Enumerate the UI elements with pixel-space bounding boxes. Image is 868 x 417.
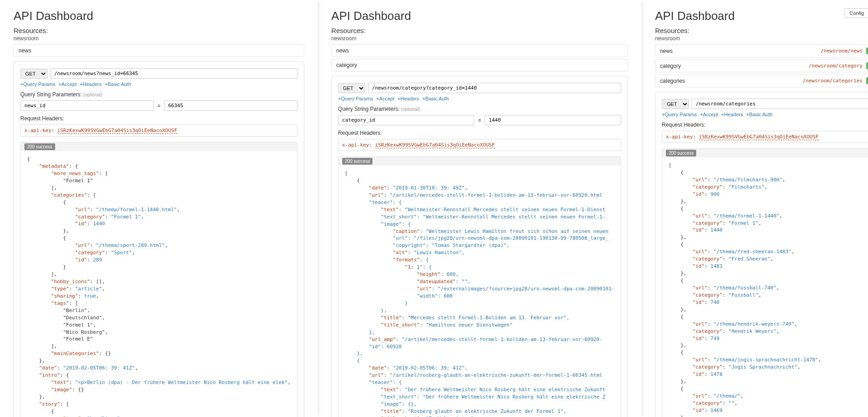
headers-box[interactable]: x-api-key: iSRzKexwK99SVGwEbG7a04Sis3qOi… [338,139,621,151]
method-badge-get: GET [866,47,868,54]
param-value-input[interactable] [164,100,297,111]
headers-box[interactable]: x-api-key: iSRzKexwK99SVGwEbG7a04Sis3qOi… [20,124,297,137]
request-box: GET +Query Params +Accept +Headers +Basi… [14,62,304,417]
group-label: newsroom [331,35,628,42]
method-select[interactable]: GET [20,69,47,79]
rh-label: Request Headers: [338,130,621,136]
qs-label: Query String Parameters: (optional) [338,106,621,112]
request-box: GET Show Docs Reset Send +Query Params +… [655,92,868,417]
config-button[interactable]: Config [844,8,868,18]
response-panel: 200 success [ { "date": "2019-01-30T10: … [338,156,621,417]
rh-label: Request Headers: [20,115,297,122]
option-headers[interactable]: +Headers [721,112,743,117]
option-query-params[interactable]: +Query Params [662,112,697,117]
resources-heading: Resources: [14,27,304,34]
method-select[interactable]: GET [662,99,689,109]
request-box: GET +Query Params +Accept +Headers +Basi… [331,76,628,417]
url-input[interactable] [692,99,868,109]
option-accept[interactable]: +Accept [58,81,76,87]
panel-categories: Config Reload API Cache Documentation AP… [642,0,868,417]
json-response: [ { "date": "2019-01-30T10: 39: 49Z", "u… [339,166,621,417]
param-name-input[interactable] [338,115,475,125]
option-accept[interactable]: +Accept [700,112,718,117]
resource-row-news[interactable]: news /newsroom/news GET POST PUT PATCH D… [655,44,868,57]
page-title: API Dashboard [655,9,868,23]
equals-label: = [478,117,481,123]
option-basic-auth[interactable]: +Basic Auth [105,81,131,87]
resource-row-category[interactable]: category [331,59,628,71]
equals-label: = [157,103,160,109]
panel-category: API Dashboard Resources: newsroom news c… [318,0,642,417]
group-label: newsroom [14,35,304,42]
page-title: API Dashboard [14,9,304,23]
resource-row-category[interactable]: category /newsroom/category GET POST PUT… [655,59,868,72]
headers-box[interactable]: x-api-key: iSRzKexwK99SVGwEbG7a04Sis3qOi… [662,131,868,143]
option-headers[interactable]: +Headers [80,81,102,87]
resource-row-news[interactable]: news [331,44,628,57]
page-title: API Dashboard [331,9,628,23]
option-links: +Query Params +Accept +Headers +Basic Au… [662,112,868,117]
option-query-params[interactable]: +Query Params [20,81,55,87]
url-input[interactable] [368,83,621,93]
param-name-input[interactable] [20,100,154,111]
response-panel: 200 success Request took 82ms [ { "url":… [662,148,868,417]
resource-path: /newsroom/category [809,63,863,69]
json-response: [ { "url": "/thema/filmcharts-900", "cat… [662,157,868,417]
option-links: +Query Params +Accept +Headers +Basic Au… [338,96,621,101]
url-input[interactable] [50,68,297,79]
option-headers[interactable]: +Headers [397,96,419,101]
resources-heading: Resources: [331,27,628,34]
option-query-params[interactable]: +Query Params [338,96,373,101]
json-response: { "metadata": { "more_news_tags": [ "For… [21,151,297,417]
option-links: +Query Params +Accept +Headers +Basic Au… [20,81,297,87]
resource-row-news[interactable]: news [14,44,304,57]
status-badge: 200 success [342,158,373,165]
rh-label: Request Headers: [662,122,868,128]
option-basic-auth[interactable]: +Basic Auth [746,112,772,117]
status-badge: 200 success [666,150,697,156]
resource-path: /newsroom/news [821,48,863,54]
qs-label: Query String Parameters: (optional) [20,91,297,98]
resource-path: /newsroom/categories [802,78,862,84]
method-select[interactable]: GET [338,83,365,93]
group-label: newsroom [655,35,868,42]
option-accept[interactable]: +Accept [376,96,394,101]
resources-heading: Resources: [655,27,868,34]
option-basic-auth[interactable]: +Basic Auth [422,96,448,101]
status-badge: 200 success [24,143,55,150]
response-panel: 200 success { "metadata": { "more_news_t… [20,142,297,417]
param-value-input[interactable] [485,115,621,125]
resource-row-categories[interactable]: categories /newsroom/categories GET POST… [655,74,868,87]
panel-news: API Dashboard Resources: newsroom news G… [0,0,318,417]
